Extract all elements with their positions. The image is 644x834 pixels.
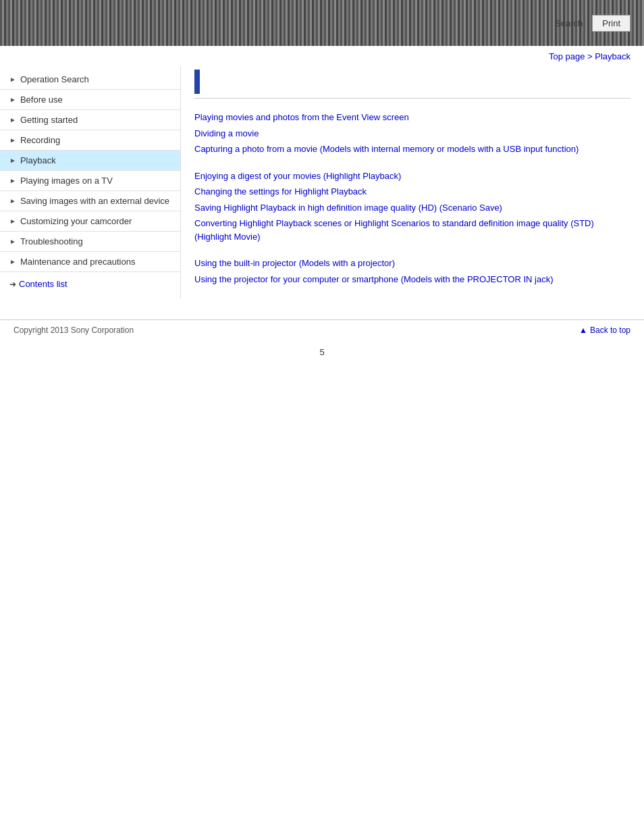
sidebar-item-recording[interactable]: ►Recording bbox=[0, 130, 180, 151]
sidebar-label-playing-images-tv: Playing images on a TV bbox=[20, 176, 173, 186]
sidebar-arrow-getting-started: ► bbox=[9, 116, 16, 124]
sidebar-label-customizing: Customizing your camcorder bbox=[20, 216, 173, 226]
sidebar-item-maintenance[interactable]: ►Maintenance and precautions bbox=[0, 252, 180, 272]
contents-list-label: Contents list bbox=[19, 279, 68, 289]
sidebar-label-troubleshooting: Troubleshooting bbox=[20, 236, 173, 246]
link-group-1: Enjoying a digest of your movies (Highli… bbox=[194, 170, 630, 244]
sidebar-label-playback: Playback bbox=[20, 155, 173, 165]
content-link-link9[interactable]: Using the projector for your computer or… bbox=[194, 273, 630, 286]
sidebar-item-saving-images[interactable]: ►Saving images with an external device bbox=[0, 191, 180, 211]
section-title-bar bbox=[194, 70, 630, 99]
contents-list-link[interactable]: ➔ Contents list bbox=[0, 272, 180, 296]
sidebar-item-before-use[interactable]: ►Before use bbox=[0, 90, 180, 110]
print-button[interactable]: Print bbox=[592, 15, 630, 32]
sidebar-label-saving-images: Saving images with an external device bbox=[20, 196, 173, 206]
back-to-top-link[interactable]: ▲ Back to top bbox=[579, 325, 630, 335]
sidebar-arrow-maintenance: ► bbox=[9, 258, 16, 265]
back-to-top-label: Back to top bbox=[590, 325, 630, 335]
sidebar-label-getting-started: Getting started bbox=[20, 115, 173, 125]
sidebar-arrow-operation-search: ► bbox=[9, 76, 16, 83]
sidebar-item-customizing[interactable]: ►Customizing your camcorder bbox=[0, 211, 180, 232]
link-group-0: Playing movies and photos from the Event… bbox=[194, 111, 630, 156]
sidebar-item-playback[interactable]: ►Playback bbox=[0, 151, 180, 171]
search-link[interactable]: Search bbox=[551, 16, 587, 31]
content-link-link8[interactable]: Using the built-in projector (Models wit… bbox=[194, 257, 630, 270]
content-area: Playing movies and photos from the Event… bbox=[181, 67, 644, 313]
link-group-2: Using the built-in projector (Models wit… bbox=[194, 257, 630, 286]
content-link-link7[interactable]: Converting Highlight Playback scenes or … bbox=[194, 217, 630, 243]
main-layout: ►Operation Search►Before use►Getting sta… bbox=[0, 67, 644, 313]
sidebar-arrow-playing-images-tv: ► bbox=[9, 177, 16, 184]
sidebar-arrow-recording: ► bbox=[9, 136, 16, 144]
content-links: Playing movies and photos from the Event… bbox=[194, 111, 630, 286]
sidebar-arrow-troubleshooting: ► bbox=[9, 238, 16, 245]
page-number: 5 bbox=[0, 340, 644, 364]
sidebar-arrow-before-use: ► bbox=[9, 96, 16, 103]
sidebar-arrow-saving-images: ► bbox=[9, 197, 16, 205]
copyright: Copyright 2013 Sony Corporation bbox=[14, 325, 134, 335]
back-to-top-triangle: ▲ bbox=[579, 325, 587, 335]
sidebar-item-getting-started[interactable]: ►Getting started bbox=[0, 110, 180, 130]
content-link-link6[interactable]: Saving Highlight Playback in high defini… bbox=[194, 201, 630, 215]
sidebar-arrow-customizing: ► bbox=[9, 217, 16, 225]
content-link-link2[interactable]: Dividing a movie bbox=[194, 127, 630, 140]
sidebar-arrow-playback: ► bbox=[9, 157, 16, 164]
content-link-link1[interactable]: Playing movies and photos from the Event… bbox=[194, 111, 630, 124]
breadcrumb-separator: > bbox=[585, 51, 595, 61]
sidebar: ►Operation Search►Before use►Getting sta… bbox=[0, 67, 181, 298]
section-indicator bbox=[194, 70, 200, 94]
sidebar-label-operation-search: Operation Search bbox=[20, 74, 173, 84]
sidebar-item-troubleshooting[interactable]: ►Troubleshooting bbox=[0, 232, 180, 252]
sidebar-item-playing-images-tv[interactable]: ►Playing images on a TV bbox=[0, 171, 180, 191]
page-header: Search Print bbox=[0, 0, 644, 46]
sidebar-label-recording: Recording bbox=[20, 135, 173, 145]
content-link-link3[interactable]: Capturing a photo from a movie (Models w… bbox=[194, 142, 630, 156]
breadcrumb: Top page > Playback bbox=[0, 46, 644, 67]
content-link-link4[interactable]: Enjoying a digest of your movies (Highli… bbox=[194, 170, 630, 183]
breadcrumb-current-link[interactable]: Playback bbox=[595, 51, 630, 61]
footer: Copyright 2013 Sony Corporation ▲ Back t… bbox=[0, 319, 644, 340]
breadcrumb-top-link[interactable]: Top page bbox=[549, 51, 585, 61]
arrow-right-icon: ➔ bbox=[9, 280, 16, 289]
sidebar-item-operation-search[interactable]: ►Operation Search bbox=[0, 70, 180, 90]
content-link-link5[interactable]: Changing the settings for Highlight Play… bbox=[194, 185, 630, 199]
sidebar-label-maintenance: Maintenance and precautions bbox=[20, 257, 173, 267]
sidebar-label-before-use: Before use bbox=[20, 95, 173, 105]
